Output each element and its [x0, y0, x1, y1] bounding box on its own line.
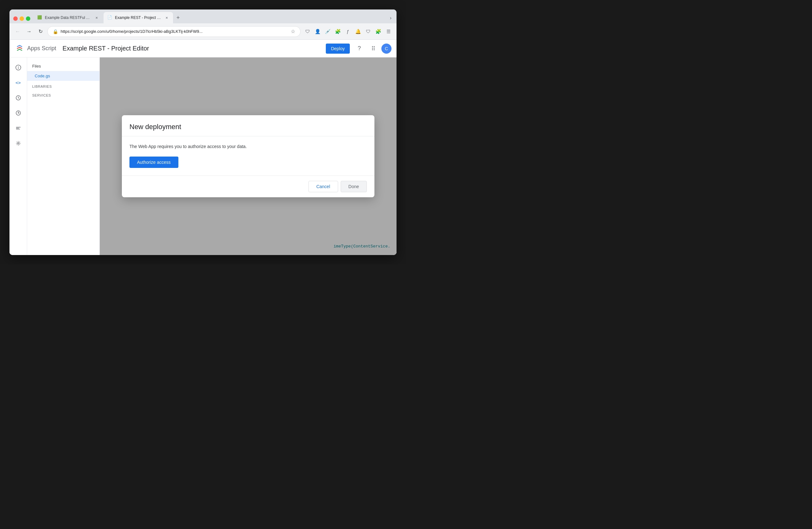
bookmark-star-icon[interactable]: ☆ [291, 28, 295, 34]
new-deployment-dialog: New deployment The Web App requires you … [122, 115, 374, 197]
new-tab-button[interactable]: + [174, 13, 183, 22]
svg-point-11 [17, 143, 19, 144]
project-title: Example REST - Project Editor [60, 45, 151, 52]
apps-script-page: Apps Script Example REST - Project Edito… [10, 40, 396, 255]
main-content: Apps Script Example REST - Project Edito… [10, 40, 396, 255]
security-lock-icon: 🔒 [53, 29, 58, 34]
function-icon[interactable]: ƒ [344, 27, 352, 36]
cancel-button[interactable]: Cancel [308, 181, 338, 192]
menu-icon[interactable]: ☰ [384, 27, 393, 36]
apps-script-logo-icon [15, 44, 25, 54]
file-item-code-gs[interactable]: Code.gs [27, 71, 99, 81]
sidebar: <> [10, 57, 27, 255]
tab-2-label: Example REST - Project Editor - [115, 15, 162, 20]
apps-script-header: Apps Script Example REST - Project Edito… [10, 40, 396, 57]
tab-bar: 🟩 Example Data RESTFul API - Go... ✕ 📄 E… [10, 10, 396, 23]
apps-script-logo: Apps Script [15, 44, 56, 54]
sidebar-item-triggers[interactable] [12, 107, 25, 119]
svg-point-7 [18, 113, 19, 114]
ublock-icon[interactable]: 🛡 [364, 27, 373, 36]
google-apps-icon[interactable]: ⠿ [367, 43, 379, 54]
done-button: Done [340, 181, 367, 192]
help-icon[interactable]: ? [353, 43, 365, 54]
file-panel: Files Code.gs Libraries Services [27, 57, 100, 255]
modal-overlay: New deployment The Web App requires you … [100, 57, 396, 255]
close-window-button[interactable] [13, 16, 18, 21]
tab-2-favicon: 📄 [107, 15, 112, 20]
puzzle-icon[interactable]: 🧩 [333, 27, 342, 36]
browser-tab-1[interactable]: 🟩 Example Data RESTFul API - Go... ✕ [33, 12, 103, 23]
sidebar-item-editor[interactable]: <> [12, 76, 25, 89]
back-button[interactable]: ← [13, 27, 22, 36]
forward-button[interactable]: → [25, 27, 33, 36]
eyedropper-icon[interactable]: 💉 [323, 27, 332, 36]
maximize-window-button[interactable] [26, 16, 30, 21]
tab-1-favicon: 🟩 [37, 15, 42, 20]
dialog-header: New deployment [122, 115, 374, 136]
toolbar-icons: 🛡 👤 💉 🧩 ƒ 🔔 🛡 🧩 ☰ [303, 27, 393, 36]
apps-script-logo-text: Apps Script [27, 45, 56, 52]
sidebar-item-overview[interactable] [12, 61, 25, 74]
editor-area: imeType(ContentService. New deployment T… [100, 57, 396, 255]
dialog-body: The Web App requires you to authorize ac… [122, 136, 374, 176]
dialog-title: New deployment [129, 123, 367, 131]
shield-icon[interactable]: 🛡 [303, 27, 312, 36]
avatar[interactable]: C [381, 44, 391, 54]
apps-script-body: <> [10, 57, 396, 255]
address-input[interactable]: 🔒 https://script.google.com/u/0/home/pro… [47, 26, 301, 37]
dialog-footer: Cancel Done [122, 176, 374, 197]
tab-1-label: Example Data RESTFul API - Go... [45, 15, 91, 20]
minimize-window-button[interactable] [19, 16, 24, 21]
extension-icon[interactable]: 🧩 [374, 27, 383, 36]
sidebar-item-console[interactable] [12, 122, 25, 134]
services-header: Services [27, 90, 99, 99]
header-actions: ? ⠿ C [353, 43, 391, 54]
svg-text:<>: <> [15, 80, 21, 85]
browser-tab-2[interactable]: 📄 Example REST - Project Editor - ✕ [104, 12, 173, 23]
reload-button[interactable]: ↻ [36, 27, 45, 36]
authorize-access-button[interactable]: Authorize access [129, 157, 178, 168]
sidebar-item-settings[interactable] [12, 137, 25, 150]
sidebar-item-history[interactable] [12, 91, 25, 104]
svg-point-3 [18, 66, 19, 67]
browser-window: 🟩 Example Data RESTFul API - Go... ✕ 📄 E… [10, 10, 396, 255]
tab-2-close-button[interactable]: ✕ [164, 15, 169, 20]
deploy-button[interactable]: Deploy [326, 44, 350, 54]
tabs-chevron-icon[interactable]: › [387, 15, 394, 23]
address-text: https://script.google.com/u/0/home/proje… [61, 29, 288, 34]
files-header: Files [27, 61, 99, 71]
dialog-description: The Web App requires you to authorize ac… [129, 144, 367, 149]
tab-1-close-button[interactable]: ✕ [94, 15, 99, 20]
bell-icon[interactable]: 🔔 [353, 27, 362, 36]
libraries-header: Libraries [27, 81, 99, 90]
window-controls [12, 16, 33, 23]
files-header-label: Files [32, 64, 41, 69]
address-bar: ← → ↻ 🔒 https://script.google.com/u/0/ho… [10, 23, 396, 40]
profile-icon[interactable]: 👤 [313, 27, 322, 36]
